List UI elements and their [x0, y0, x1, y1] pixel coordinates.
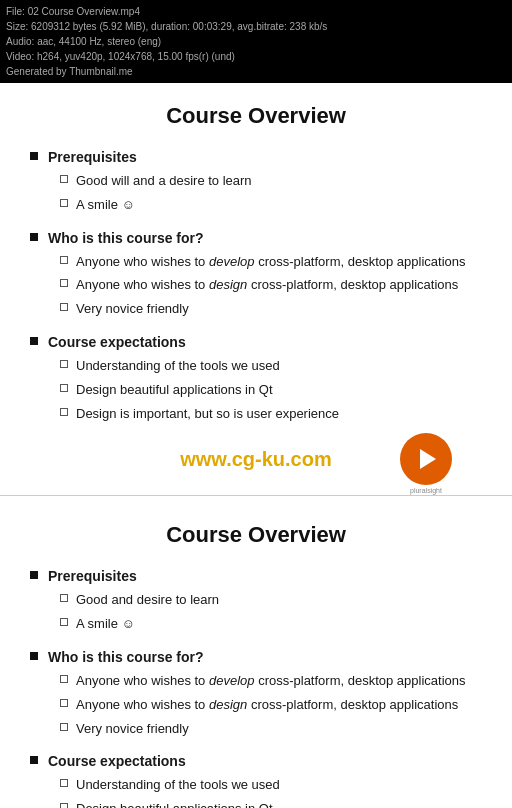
list-item: Understanding of the tools we used [60, 356, 482, 377]
section-expectations-2-title: Course expectations [48, 753, 186, 769]
sub-bullet-icon [60, 675, 68, 683]
play-button-icon [400, 433, 452, 485]
sub-bullet-icon [60, 723, 68, 731]
prerequisites-1-items: Good will and a desire to learn A smile … [30, 171, 482, 216]
section-prerequisites-2-header: Prerequisites [30, 568, 482, 584]
bullet-square-icon [30, 152, 38, 160]
panel-2-title: Course Overview [30, 522, 482, 548]
info-line4: Video: h264, yuv420p, 1024x768, 15.00 fp… [6, 49, 506, 64]
section-who-1-header: Who is this course for? [30, 230, 482, 246]
who-2-item-3: Very novice friendly [76, 719, 189, 740]
expectations-1-items: Understanding of the tools we used Desig… [30, 356, 482, 424]
watermark-text-1: www.cg-ku.com [180, 448, 332, 470]
section-prerequisites-1-title: Prerequisites [48, 149, 137, 165]
sub-bullet-icon [60, 279, 68, 287]
list-item: A smile ☺ [60, 614, 482, 635]
pluralsight-label-1: pluralsight [400, 487, 452, 494]
prereq-2-item-1: Good and desire to learn [76, 590, 219, 611]
section-who-2: Who is this course for? Anyone who wishe… [30, 649, 482, 739]
info-line2: Size: 6209312 bytes (5.92 MiB), duration… [6, 19, 506, 34]
sub-bullet-icon [60, 618, 68, 626]
expect-1-item-3: Design is important, but so is user expe… [76, 404, 339, 425]
list-item: A smile ☺ [60, 195, 482, 216]
panel-divider [0, 495, 512, 496]
section-prerequisites-2: Prerequisites Good and desire to learn A… [30, 568, 482, 635]
list-item: Anyone who wishes to design cross-platfo… [60, 275, 482, 296]
bullet-square-icon [30, 233, 38, 241]
who-2-item-1: Anyone who wishes to develop cross-platf… [76, 671, 466, 692]
sub-bullet-icon [60, 779, 68, 787]
sub-bullet-icon [60, 408, 68, 416]
section-expectations-1-title: Course expectations [48, 334, 186, 350]
who-2-item-2: Anyone who wishes to design cross-platfo… [76, 695, 458, 716]
expect-2-item-1: Understanding of the tools we used [76, 775, 280, 796]
sub-bullet-icon [60, 199, 68, 207]
list-item: Design beautiful applications in Qt [60, 380, 482, 401]
expect-2-item-2: Design beautiful applications in Qt [76, 799, 273, 808]
who-1-item-3: Very novice friendly [76, 299, 189, 320]
sub-bullet-icon [60, 594, 68, 602]
sub-bullet-icon [60, 699, 68, 707]
section-prerequisites-1: Prerequisites Good will and a desire to … [30, 149, 482, 216]
info-line5: Generated by Thumbnail.me [6, 64, 506, 79]
expect-1-item-2: Design beautiful applications in Qt [76, 380, 273, 401]
section-expectations-2-header: Course expectations [30, 753, 482, 769]
section-who-1-title: Who is this course for? [48, 230, 204, 246]
list-item: Anyone who wishes to develop cross-platf… [60, 252, 482, 273]
sub-bullet-icon [60, 303, 68, 311]
who-2-items: Anyone who wishes to develop cross-platf… [30, 671, 482, 739]
list-item: Very novice friendly [60, 719, 482, 740]
section-who-2-title: Who is this course for? [48, 649, 204, 665]
bullet-square-icon [30, 756, 38, 764]
section-prerequisites-1-header: Prerequisites [30, 149, 482, 165]
section-expectations-2: Course expectations Understanding of the… [30, 753, 482, 808]
list-item: Good will and a desire to learn [60, 171, 482, 192]
list-item: Very novice friendly [60, 299, 482, 320]
who-1-item-1: Anyone who wishes to develop cross-platf… [76, 252, 466, 273]
panel-1-title: Course Overview [30, 103, 482, 129]
list-item: Anyone who wishes to design cross-platfo… [60, 695, 482, 716]
sub-bullet-icon [60, 360, 68, 368]
prereq-2-item-2: A smile ☺ [76, 614, 135, 635]
pluralsight-logo-1: pluralsight [400, 433, 452, 485]
prereq-1-item-2: A smile ☺ [76, 195, 135, 216]
sub-bullet-icon [60, 384, 68, 392]
panel-2: Course Overview Prerequisites Good and d… [0, 502, 512, 808]
info-bar: File: 02 Course Overview.mp4 Size: 62093… [0, 0, 512, 83]
info-line1: File: 02 Course Overview.mp4 [6, 4, 506, 19]
list-item: Design beautiful applications in Qt [60, 799, 482, 808]
list-item: Good and desire to learn [60, 590, 482, 611]
who-1-item-2: Anyone who wishes to design cross-platfo… [76, 275, 458, 296]
section-who-1: Who is this course for? Anyone who wishe… [30, 230, 482, 320]
watermark-section-1: www.cg-ku.com pluralsight [30, 438, 482, 479]
panel-1: Course Overview Prerequisites Good will … [0, 83, 512, 489]
info-line3: Audio: aac, 44100 Hz, stereo (eng) [6, 34, 506, 49]
play-triangle-icon [420, 449, 436, 469]
bullet-square-icon [30, 337, 38, 345]
section-expectations-1-header: Course expectations [30, 334, 482, 350]
prerequisites-2-items: Good and desire to learn A smile ☺ [30, 590, 482, 635]
bullet-square-icon [30, 652, 38, 660]
prereq-1-item-1: Good will and a desire to learn [76, 171, 252, 192]
sub-bullet-icon [60, 256, 68, 264]
who-1-items: Anyone who wishes to develop cross-platf… [30, 252, 482, 320]
list-item: Anyone who wishes to develop cross-platf… [60, 671, 482, 692]
expectations-2-items: Understanding of the tools we used Desig… [30, 775, 482, 808]
section-expectations-1: Course expectations Understanding of the… [30, 334, 482, 424]
list-item: Design is important, but so is user expe… [60, 404, 482, 425]
section-prerequisites-2-title: Prerequisites [48, 568, 137, 584]
section-who-2-header: Who is this course for? [30, 649, 482, 665]
bullet-square-icon [30, 571, 38, 579]
sub-bullet-icon [60, 175, 68, 183]
list-item: Understanding of the tools we used [60, 775, 482, 796]
expect-1-item-1: Understanding of the tools we used [76, 356, 280, 377]
sub-bullet-icon [60, 803, 68, 808]
